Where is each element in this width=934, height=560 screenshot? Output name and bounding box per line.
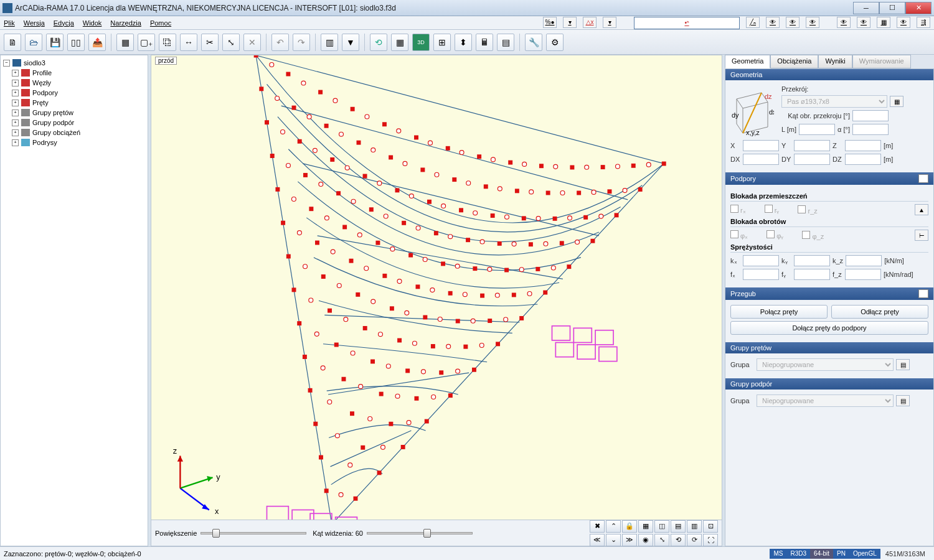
nav-btn-1[interactable]: ✖ <box>590 520 605 533</box>
attach-to-support-button[interactable]: Dołącz pręty do podpory <box>730 321 928 335</box>
tree-item-grupy-podpor[interactable]: +Grupy podpór <box>3 118 145 128</box>
expand-icon[interactable]: + <box>12 119 19 126</box>
disconnect-bars-button[interactable]: Odłącz pręty <box>831 305 928 319</box>
length-input[interactable] <box>799 124 835 135</box>
nav-right-icon[interactable]: ≫ <box>622 534 637 546</box>
cb-ry[interactable] <box>765 205 773 213</box>
support-group-edit-button[interactable]: ▤ <box>896 395 910 406</box>
menu-wersja[interactable]: Wersja <box>24 19 45 27</box>
calc-icon[interactable]: 🖩 <box>476 34 493 51</box>
zoom-slider[interactable] <box>200 532 306 534</box>
tool-eye-1-icon[interactable]: 👁 <box>766 17 780 28</box>
fy-input[interactable] <box>794 269 830 280</box>
tool-dropdown-1-icon[interactable]: ▾ <box>563 17 577 28</box>
support-type-button[interactable]: ▲ <box>915 204 928 215</box>
tool-expand-icon[interactable]: ⇶ <box>917 17 930 28</box>
new-file-icon[interactable]: 🗎 <box>4 34 21 51</box>
project-tree[interactable]: − siodlo3 +Profile +Węzły +Podpory +Pręt… <box>0 55 148 546</box>
cb-fx[interactable] <box>730 230 738 238</box>
tree-item-podpory[interactable]: +Podpory <box>3 88 145 98</box>
menu-plik[interactable]: Plik <box>4 19 15 27</box>
expand-icon[interactable]: + <box>12 100 19 106</box>
y-input[interactable] <box>794 140 830 151</box>
nav-axes-icon[interactable]: ⤡ <box>654 534 669 546</box>
x-input[interactable] <box>743 140 779 151</box>
tool-eye-5-icon[interactable]: 👁 <box>897 17 910 28</box>
nav-up-icon[interactable]: ⌃ <box>606 520 621 533</box>
grid2-icon[interactable]: ⊞ <box>433 34 451 51</box>
delete-icon[interactable]: ✕ <box>243 34 261 51</box>
expand-icon[interactable]: + <box>12 129 19 136</box>
report-icon[interactable]: ▤ <box>497 34 514 51</box>
dz-input[interactable] <box>845 154 881 165</box>
tool-eye-4-icon[interactable]: 👁 <box>857 17 870 28</box>
expand-icon[interactable]: + <box>12 90 19 96</box>
menu-edycja[interactable]: Edycja <box>54 19 74 27</box>
tool-node-number-icon[interactable]: •ⁿ <box>634 17 740 29</box>
tab-wymiarowanie[interactable]: Wymiarowanie <box>852 55 911 68</box>
tab-geometria[interactable]: Geometria <box>725 55 770 68</box>
add-element-icon[interactable]: ▢₊ <box>138 34 155 51</box>
settings-icon[interactable]: ⚙ <box>546 34 564 51</box>
connect-bars-button[interactable]: Połącz pręty <box>730 305 828 319</box>
maximize-button[interactable]: ☐ <box>879 2 905 14</box>
tool-eye-2-icon[interactable]: 👁 <box>786 17 800 28</box>
save-file-icon[interactable]: 💾 <box>46 34 64 51</box>
menu-widok[interactable]: Widok <box>83 19 102 27</box>
menu-pomoc[interactable]: Pomoc <box>150 19 171 27</box>
minimize-button[interactable]: ─ <box>853 2 879 14</box>
nav-rotate-1-icon[interactable]: ⟲ <box>671 534 686 546</box>
expand-icon[interactable]: + <box>12 139 19 146</box>
menu-narzedzia[interactable]: Narzędzia <box>110 19 141 27</box>
tool-bar-number-icon[interactable]: ╱ₙ <box>746 17 760 28</box>
table-icon[interactable]: ▦ <box>391 34 408 51</box>
open-file-icon[interactable]: 🗁 <box>25 34 42 51</box>
move-icon[interactable]: ↔ <box>180 34 197 51</box>
nav-target-icon[interactable]: ◉ <box>638 534 653 546</box>
bar-group-select[interactable]: Niepogrupowane <box>757 358 894 371</box>
rotation-type-button[interactable]: ⊢ <box>915 230 928 241</box>
tool-zoom-normal-icon[interactable]: %● <box>543 17 557 28</box>
support-group-select[interactable]: Niepogrupowane <box>757 394 894 407</box>
dx-input[interactable] <box>743 154 779 165</box>
tool-grid-eye-icon[interactable]: ▦ <box>877 17 890 28</box>
tree-item-podrysy[interactable]: +Podrysy <box>3 138 145 147</box>
cb-fz[interactable] <box>802 231 810 239</box>
nav-rotate-2-icon[interactable]: ⟳ <box>687 534 702 546</box>
supports-toggle-button[interactable] <box>918 174 928 183</box>
nav-grid-1-icon[interactable]: ▦ <box>638 520 653 533</box>
nav-grid-2-icon[interactable]: ◫ <box>654 520 669 533</box>
fov-slider[interactable] <box>367 532 473 534</box>
sort-icon[interactable]: ⬍ <box>455 34 472 51</box>
expand-icon[interactable]: + <box>12 110 19 116</box>
close-button[interactable]: ✕ <box>905 2 932 14</box>
tab-wyniki[interactable]: Wyniki <box>818 55 852 68</box>
tree-item-prety[interactable]: +Pręty <box>3 98 145 108</box>
nav-left-icon[interactable]: ≪ <box>590 534 605 546</box>
ky-input[interactable] <box>794 255 830 266</box>
undo-icon[interactable]: ↶ <box>271 34 289 51</box>
nav-fit-icon[interactable]: ⛶ <box>703 534 718 546</box>
kx-input[interactable] <box>743 255 779 266</box>
cb-rz[interactable] <box>798 205 806 213</box>
hinge-toggle-button[interactable] <box>918 289 928 298</box>
tree-root[interactable]: − siodlo3 <box>3 58 145 68</box>
z-input[interactable] <box>845 140 881 151</box>
section-edit-button[interactable]: ▦ <box>890 96 903 107</box>
cut-icon[interactable]: ✂ <box>201 34 219 51</box>
expand-icon[interactable]: + <box>12 70 19 77</box>
tree-item-grupy-pretow[interactable]: +Grupy prętów <box>3 108 145 118</box>
export-icon[interactable]: 📤 <box>88 34 106 51</box>
dy-input[interactable] <box>794 154 830 165</box>
rotation-angle-input[interactable] <box>852 110 889 121</box>
kz-input[interactable] <box>846 255 882 266</box>
tree-item-wezly[interactable]: +Węzły <box>3 78 145 88</box>
rotate3d-icon[interactable]: ⟲ <box>370 34 387 51</box>
tab-obciazenia[interactable]: Obciążenia <box>770 55 818 68</box>
bar-group-edit-button[interactable]: ▤ <box>896 359 910 370</box>
redo-icon[interactable]: ↷ <box>293 34 310 51</box>
alpha-input[interactable] <box>852 124 889 135</box>
nav-grid-4-icon[interactable]: ▥ <box>687 520 702 533</box>
fz-input[interactable] <box>845 269 881 280</box>
grid-icon[interactable]: ▦ <box>116 34 134 51</box>
